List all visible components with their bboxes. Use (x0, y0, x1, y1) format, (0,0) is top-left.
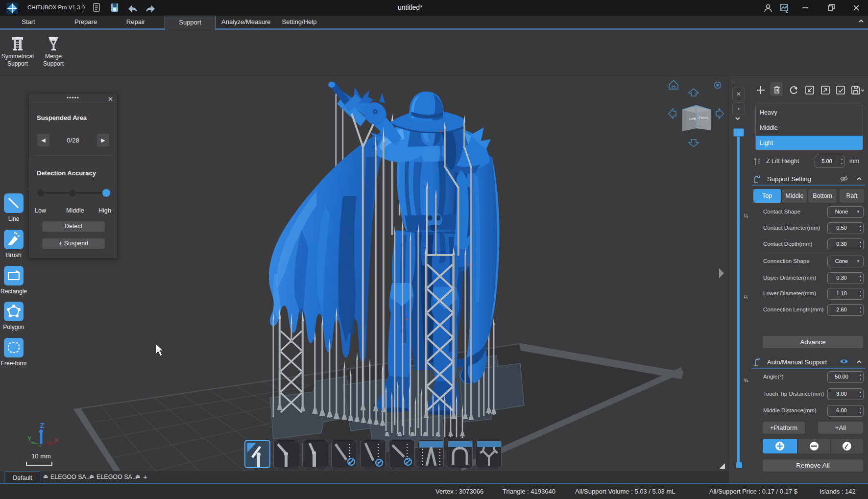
svg-text:Y: Y (27, 435, 32, 442)
svg-text:10 mm: 10 mm (31, 452, 51, 460)
svg-text:X: X (54, 436, 59, 444)
svg-text:Left: Left (689, 117, 696, 121)
svg-text:Z: Z (40, 421, 44, 429)
svg-text:Front: Front (699, 116, 708, 120)
